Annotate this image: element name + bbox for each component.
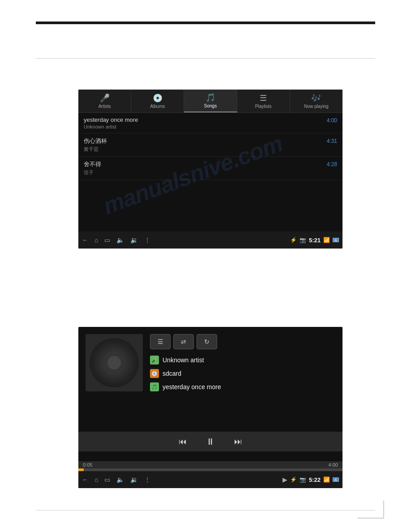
song-info: 伤心酒杯 黄千芸 [84,137,323,153]
volume-up-icon[interactable]: 🔉 [130,236,138,244]
album-info-icon: 💿 [150,369,159,378]
tab-albums-label: Albums [150,104,165,109]
usb-icon: ⚡ [290,237,297,243]
song-info-row: 🎵 yesterday once more [150,382,335,391]
tab-now-playing-label: Now playing [304,104,328,109]
home-icon[interactable]: ⌂ [94,476,98,483]
album-name: sdcard [163,370,181,377]
song-info-icon: 🎵 [150,382,159,391]
song-title: yesterday once more [84,116,323,123]
repeat-button[interactable]: ↻ [197,334,217,349]
playlists-icon: ☰ [260,93,267,103]
song-list: yesterday once more Unknown artist 4:00 … [78,113,342,180]
home-icon[interactable]: ⌂ [94,236,98,244]
tab-albums[interactable]: 💿 Albums [131,90,184,112]
song-duration: 4:31 [327,137,337,144]
pause-button[interactable]: ⏸ [203,434,218,449]
song-info: yesterday once more Unknown artist [84,116,323,129]
now-playing-body: ☰ ⇄ ↻ 🎤 Unknown artist 💿 sdcard 🎵 yeste [78,327,342,403]
artist-info-row: 🎤 Unknown artist [150,356,335,365]
song-duration: 4:00 [327,116,337,124]
artist-name: Unknown artist [163,356,204,364]
current-time: 0:05 [83,462,92,468]
album-info-row: 💿 sdcard [150,369,335,378]
total-time: 4:00 [329,462,338,468]
progress-section: 0:05 4:00 [78,461,342,471]
nav-icons-right-2: ▶ ⚡ 📷 5:22 📶 A [283,476,339,483]
back-icon[interactable]: ← [82,476,88,483]
tab-playlists-label: Playlists [255,104,272,109]
sd-icon: 📷 [300,237,306,243]
pause-icon: ⏸ [206,437,215,447]
tab-now-playing[interactable]: 🎶 Now playing [290,90,342,112]
song-artist: 弦子 [84,169,323,176]
albums-icon: 💿 [153,93,163,103]
screenshot-songs-list: 🎤 Artists 💿 Albums 🎵 Songs ☰ Playlists 🎶… [78,90,342,249]
tab-bar: 🎤 Artists 💿 Albums 🎵 Songs ☰ Playlists 🎶… [78,90,342,113]
playback-controls-row: ⏮ ⏸ ⏭ [78,432,342,451]
page-corner [357,501,384,519]
nav-bar: ← ⌂ ▭ 🔈 🔉 ⋮ ⚡ 📷 5:21 📶 A [78,232,342,249]
song-title: 伤心酒杯 [84,137,323,145]
tab-artists[interactable]: 🎤 Artists [78,90,131,112]
vinyl-outer [90,338,139,387]
bottom-line [36,510,375,511]
tab-songs[interactable]: 🎵 Songs [184,90,237,112]
prev-button[interactable]: ⏮ [176,434,190,449]
divider-line [36,58,375,59]
more-icon[interactable]: ⋮ [144,236,150,244]
battery-icon-2: A [333,477,339,482]
shuffle-button[interactable]: ⇄ [173,334,194,349]
wifi-icon-2: 📶 [323,476,330,483]
next-icon: ⏭ [234,437,242,446]
playlist-btn-icon: ☰ [158,338,163,345]
recents-icon[interactable]: ▭ [104,236,110,244]
usb-icon-2: ⚡ [290,476,297,483]
songs-icon: 🎵 [206,93,215,103]
status-time-2: 5:22 [309,476,321,483]
song-artist: 黄千芸 [84,146,323,153]
prev-icon: ⏮ [179,437,187,446]
wifi-icon: 📶 [323,237,330,243]
shuffle-btn-icon: ⇄ [181,338,186,345]
volume-icon[interactable]: 🔈 [116,236,124,244]
song-info: 舍不得 弦子 [84,160,323,176]
song-row[interactable]: 伤心酒杯 黄千芸 4:31 [78,133,342,157]
nav-bar2: ← ⌂ ▭ 🔈 🔉 ⋮ ▶ ⚡ 📷 5:22 📶 A [78,471,342,488]
more-icon[interactable]: ⋮ [144,476,150,483]
song-title: 舍不得 [84,160,323,168]
play-small-icon[interactable]: ▶ [283,476,287,483]
tab-playlists[interactable]: ☰ Playlists [237,90,290,112]
now-playing-icon: 🎶 [311,93,321,103]
sd-icon-2: 📷 [300,476,306,483]
back-icon[interactable]: ← [82,236,88,244]
volume-up-icon[interactable]: 🔉 [130,476,138,483]
time-row: 0:05 4:00 [78,461,342,468]
now-playing-song: yesterday once more [163,383,221,390]
song-duration: 4:28 [327,160,337,167]
nav-icons-right: ⚡ 📷 5:21 📶 A [290,237,339,244]
screenshot-now-playing: ☰ ⇄ ↻ 🎤 Unknown artist 💿 sdcard 🎵 yeste [78,327,342,488]
nav-icons-left: ← ⌂ ▭ 🔈 🔉 ⋮ [82,476,150,483]
vinyl-inner [107,356,121,369]
song-row[interactable]: 舍不得 弦子 4:28 [78,157,342,180]
tab-songs-label: Songs [204,103,217,108]
repeat-btn-icon: ↻ [204,338,210,345]
song-row[interactable]: yesterday once more Unknown artist 4:00 [78,113,342,133]
top-bar [36,21,375,24]
controls-area: ☰ ⇄ ↻ 🎤 Unknown artist 💿 sdcard 🎵 yeste [150,334,335,396]
nav-icons-left: ← ⌂ ▭ 🔈 🔉 ⋮ [82,236,150,244]
volume-icon[interactable]: 🔈 [116,476,124,483]
next-button[interactable]: ⏭ [231,434,245,449]
battery-icon: A [333,238,339,242]
status-time: 5:21 [309,237,321,244]
artist-info-icon: 🎤 [150,356,159,365]
control-buttons: ☰ ⇄ ↻ [150,334,335,349]
artists-icon: 🎤 [100,93,110,103]
recents-icon[interactable]: ▭ [104,476,110,483]
song-artist: Unknown artist [84,124,323,129]
playlist-button[interactable]: ☰ [150,334,171,349]
tab-artists-label: Artists [98,104,111,109]
album-art [86,334,143,391]
